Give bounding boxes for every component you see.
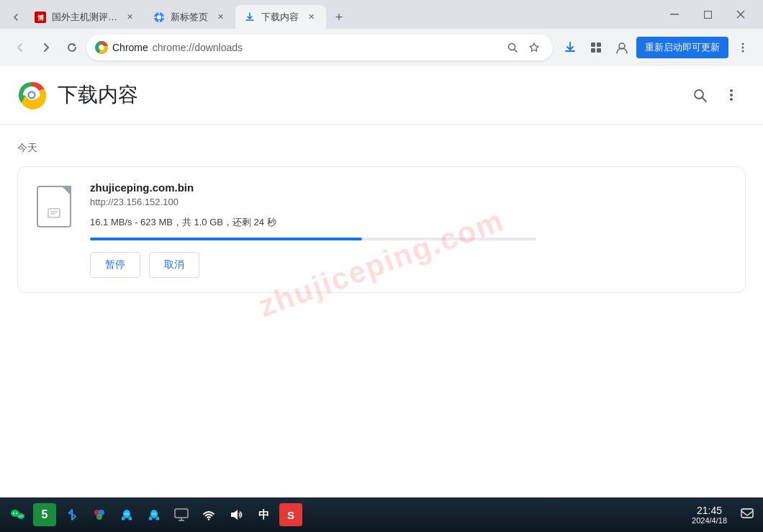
- taskbar-wechat[interactable]: [6, 503, 29, 526]
- tab-1-icon: 博: [35, 12, 46, 23]
- svg-point-32: [730, 89, 733, 92]
- svg-line-31: [703, 98, 707, 102]
- pause-button[interactable]: 暂停: [90, 252, 140, 278]
- file-icon-wrap: [32, 181, 76, 232]
- svg-point-40: [13, 513, 14, 514]
- clock-area[interactable]: 21:45 2024/4/18: [686, 505, 733, 525]
- tab-2-icon: [153, 12, 165, 23]
- svg-rect-9: [704, 11, 711, 18]
- notification-button[interactable]: [737, 505, 757, 525]
- svg-point-46: [96, 514, 102, 520]
- address-url: chrome://downloads: [153, 42, 243, 53]
- taskbar-antivirus[interactable]: S: [279, 503, 302, 526]
- svg-point-24: [742, 47, 744, 49]
- taskbar-app-5-label: 5: [42, 508, 48, 521]
- menu-button[interactable]: [731, 36, 754, 59]
- taskbar-sound[interactable]: [225, 503, 248, 526]
- progress-bar-wrap: [90, 238, 536, 240]
- svg-line-17: [515, 50, 518, 53]
- address-bar[interactable]: Chrome chrome://downloads: [86, 35, 553, 60]
- minimize-button[interactable]: [658, 3, 691, 26]
- tab-1-title: 国外主机测评…: [52, 11, 117, 24]
- svg-point-55: [153, 514, 153, 515]
- taskbar-ime[interactable]: 中: [252, 503, 275, 526]
- taskbar-app-5[interactable]: 5: [33, 503, 56, 526]
- new-tab-button[interactable]: +: [329, 7, 349, 27]
- title-bar: 博 国外主机测评… ✕ 新标签页 ✕ 下载内容 ✕ +: [0, 0, 763, 29]
- svg-rect-35: [48, 209, 60, 217]
- file-icon: [37, 186, 71, 227]
- svg-rect-62: [741, 509, 753, 518]
- svg-point-42: [19, 515, 21, 517]
- chrome-logo-small: [95, 41, 108, 54]
- download-status: 16.1 MB/s - 623 MB，共 1.0 GB，还剩 24 秒: [90, 216, 731, 229]
- page-title: 下载内容: [58, 81, 138, 109]
- svg-point-34: [730, 98, 733, 101]
- svg-point-47: [123, 510, 130, 518]
- section-label: 今天: [17, 142, 746, 155]
- taskbar-display[interactable]: [170, 503, 193, 526]
- svg-text:博: 博: [37, 14, 45, 22]
- svg-rect-8: [670, 14, 679, 15]
- taskbar-bluetooth[interactable]: [60, 503, 83, 526]
- tab-2[interactable]: 新标签页 ✕: [145, 5, 235, 29]
- chrome-logo: [17, 81, 46, 109]
- tab-1-close[interactable]: ✕: [123, 11, 136, 24]
- forward-button[interactable]: [35, 36, 58, 59]
- svg-point-52: [150, 510, 158, 518]
- address-chrome-label: Chrome: [112, 42, 148, 53]
- taskbar-qq-2[interactable]: [143, 503, 166, 526]
- download-actions: 暂停 取消: [90, 252, 731, 278]
- svg-rect-57: [175, 509, 188, 518]
- reload-button[interactable]: [60, 36, 83, 59]
- clock-date: 2024/4/18: [692, 516, 727, 525]
- svg-point-15: [99, 45, 104, 50]
- progress-bar-fill: [90, 238, 362, 240]
- svg-point-50: [125, 514, 126, 515]
- taskbar-qq-1[interactable]: [115, 503, 138, 526]
- taskbar-wifi[interactable]: [197, 503, 220, 526]
- svg-rect-20: [591, 48, 595, 53]
- tab-2-close[interactable]: ✕: [214, 11, 227, 24]
- tab-1[interactable]: 博 国外主机测评… ✕: [26, 5, 145, 29]
- back-button[interactable]: [9, 36, 32, 59]
- svg-point-51: [127, 514, 128, 515]
- svg-point-60: [208, 518, 209, 520]
- svg-rect-21: [597, 48, 601, 53]
- svg-point-33: [730, 94, 733, 96]
- downloads-toolbar-icon[interactable]: [559, 36, 582, 59]
- address-bar-content: Chrome chrome://downloads: [95, 41, 497, 54]
- tab-scroll-left[interactable]: [6, 5, 26, 29]
- svg-point-39: [17, 513, 24, 519]
- tab-3-close[interactable]: ✕: [304, 11, 317, 24]
- svg-point-29: [30, 93, 35, 98]
- cancel-button[interactable]: 取消: [149, 252, 199, 278]
- svg-point-25: [742, 50, 744, 53]
- svg-point-3: [157, 15, 161, 19]
- taskbar-color-app[interactable]: [88, 503, 111, 526]
- page-header-right: [685, 81, 746, 109]
- tab-3[interactable]: 下载内容 ✕: [235, 5, 326, 29]
- bookmark-star-icon[interactable]: [524, 37, 544, 58]
- page-menu-button[interactable]: [717, 81, 746, 109]
- search-icon-btn[interactable]: [502, 37, 523, 58]
- page-search-button[interactable]: [685, 81, 714, 109]
- page-content: zhujiceping.com 下载内容: [0, 66, 763, 497]
- tab-3-icon: [244, 12, 256, 23]
- toolbar: Chrome chrome://downloads 重新启动即可更新: [0, 29, 763, 66]
- profile-icon[interactable]: [610, 36, 633, 59]
- tab-2-title: 新标签页: [171, 11, 208, 24]
- update-button[interactable]: 重新启动即可更新: [636, 37, 728, 58]
- extension-icon[interactable]: [584, 36, 608, 59]
- download-filename: zhujiceping.com.bin: [90, 181, 731, 194]
- clock-time: 21:45: [697, 505, 722, 516]
- download-url: http://23.156.152.100: [90, 197, 731, 207]
- taskbar-ime-label: 中: [258, 508, 269, 522]
- page-header-left: 下载内容: [17, 81, 138, 109]
- toolbar-right: 重新启动即可更新: [559, 36, 754, 59]
- maximize-button[interactable]: [691, 3, 724, 26]
- taskbar: 5 中 S 21:45 2024/4/: [0, 497, 763, 532]
- svg-marker-61: [231, 510, 238, 520]
- close-button[interactable]: [724, 3, 757, 26]
- window-controls: [658, 3, 757, 26]
